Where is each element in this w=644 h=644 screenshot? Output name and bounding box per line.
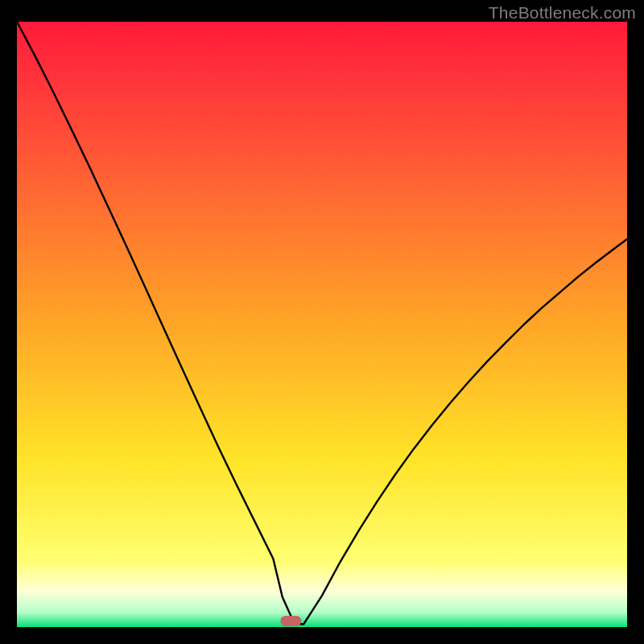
gradient-background — [17, 22, 627, 627]
bottleneck-chart — [17, 22, 627, 627]
watermark-text: TheBottleneck.com — [489, 3, 636, 23]
optimum-marker — [280, 616, 301, 626]
chart-frame: TheBottleneck.com — [0, 0, 644, 644]
